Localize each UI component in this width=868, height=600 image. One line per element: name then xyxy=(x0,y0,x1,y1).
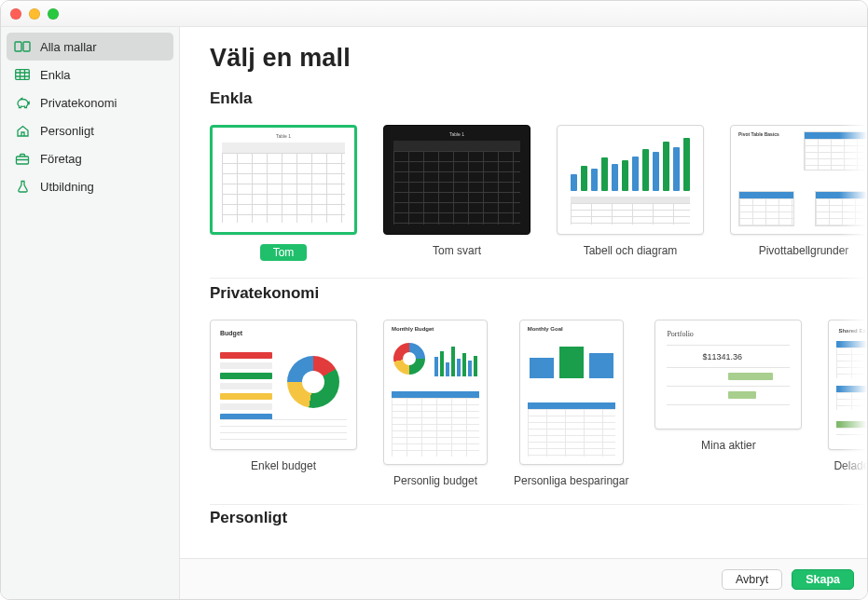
template-card-blank[interactable]: Table 1 Tom xyxy=(210,125,357,261)
window-close-button[interactable] xyxy=(10,8,21,20)
svg-rect-2 xyxy=(16,70,30,80)
create-button[interactable]: Skapa xyxy=(792,569,854,590)
cancel-button[interactable]: Avbryt xyxy=(722,569,782,590)
sidebar-item-label: Utbildning xyxy=(40,180,94,194)
page-title: Välj en mall xyxy=(210,44,867,73)
template-card-simple-budget[interactable]: Budget Enkel budget xyxy=(210,320,357,487)
sidebar-item-label: Privatekonomi xyxy=(40,96,117,110)
template-card-shared-expenses[interactable]: Shared Expenses Delade utgifter xyxy=(828,320,867,487)
template-thumb: Monthly Budget xyxy=(383,320,488,465)
template-label: Personlig budget xyxy=(393,474,477,487)
template-card-personal-budget[interactable]: Monthly Budget Personlig budget xyxy=(383,320,488,487)
template-thumb: Monthly Goal xyxy=(519,320,624,465)
section-title-basic: Enkla xyxy=(210,89,867,108)
template-card-table-and-chart[interactable]: Tabell och diagram xyxy=(557,125,704,261)
sidebar: Alla mallar Enkla Privatekonomi Personli… xyxy=(1,27,180,599)
template-label: Tom svart xyxy=(433,244,481,257)
sidebar-item-education[interactable]: Utbildning xyxy=(1,172,179,200)
sidebar-item-label: Enkla xyxy=(40,68,71,82)
briefcase-icon xyxy=(14,152,31,165)
window-minimize-button[interactable] xyxy=(29,8,40,20)
sidebar-item-label: Alla mallar xyxy=(40,40,97,54)
main-area: Välj en mall Enkla Table 1 Tom Table 1 xyxy=(180,27,867,599)
template-thumb: Table 1 xyxy=(383,125,530,235)
template-label: Mina aktier xyxy=(701,439,756,452)
section-row-personal-finance: Budget Enkel budget xyxy=(210,310,867,505)
sidebar-item-basic[interactable]: Enkla xyxy=(1,61,179,89)
template-thumb: Shared Expenses xyxy=(828,320,867,450)
section-row-basic: Table 1 Tom Table 1 Tom svart xyxy=(210,116,867,279)
sidebar-item-all-templates[interactable]: Alla mallar xyxy=(7,33,173,61)
section-title-personal-finance: Privatekonomi xyxy=(210,284,867,303)
sidebar-item-label: Personligt xyxy=(40,124,94,138)
template-label: Pivottabellgrunder xyxy=(759,244,849,257)
template-label: Tom xyxy=(260,244,308,261)
template-label: Enkel budget xyxy=(251,459,316,472)
template-thumb: Portfolio $11341.36 xyxy=(654,320,802,430)
template-chooser-window: Alla mallar Enkla Privatekonomi Personli… xyxy=(0,0,868,600)
window-zoom-button[interactable] xyxy=(48,8,59,20)
grid-icon xyxy=(14,68,31,81)
svg-rect-0 xyxy=(15,42,21,51)
flask-icon xyxy=(14,180,31,193)
svg-rect-1 xyxy=(23,42,30,51)
template-thumb: Budget xyxy=(210,320,357,450)
template-thumb xyxy=(557,125,704,235)
template-label: Personliga besparingar xyxy=(514,474,628,487)
template-gallery[interactable]: Välj en mall Enkla Table 1 Tom Table 1 xyxy=(180,27,867,558)
piggy-bank-icon xyxy=(14,96,31,109)
template-label: Tabell och diagram xyxy=(584,244,678,257)
sidebar-item-business[interactable]: Företag xyxy=(1,144,179,172)
template-thumb: Pivot Table Basics xyxy=(730,125,867,235)
sidebar-item-label: Företag xyxy=(40,152,82,166)
template-label: Delade utgifter xyxy=(834,459,867,472)
all-templates-icon xyxy=(14,40,31,53)
sidebar-item-personal[interactable]: Personligt xyxy=(1,116,179,144)
sidebar-item-personal-finance[interactable]: Privatekonomi xyxy=(1,89,179,116)
template-card-portfolio[interactable]: Portfolio $11341.36 Mina aktier xyxy=(654,320,802,487)
section-title-personal: Personligt xyxy=(210,509,867,527)
titlebar xyxy=(1,1,867,27)
template-thumb: Table 1 xyxy=(210,125,357,235)
footer: Avbryt Skapa xyxy=(180,558,867,599)
window-body: Alla mallar Enkla Privatekonomi Personli… xyxy=(1,27,867,599)
template-card-pivot-basics[interactable]: Pivot Table Basics Pivottabellgrunder xyxy=(730,125,867,261)
home-icon xyxy=(14,124,31,137)
template-card-blank-black[interactable]: Table 1 Tom svart xyxy=(383,125,530,261)
template-card-personal-savings[interactable]: Monthly Goal Personliga besparingar xyxy=(514,320,628,487)
